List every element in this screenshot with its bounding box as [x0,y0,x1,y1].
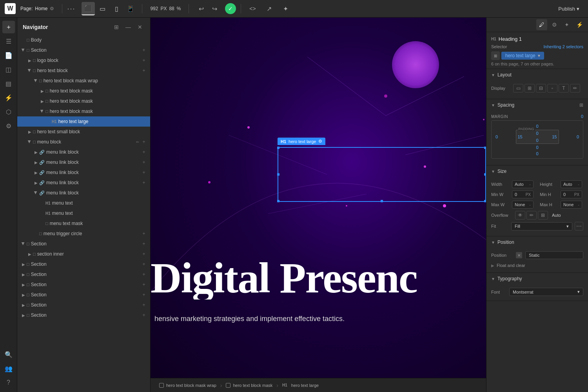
add-element-button[interactable]: ＋ [2,21,15,33]
undo-button[interactable]: ↩ [195,3,207,15]
tree-item-section1[interactable]: ▶ □ Section + [17,45,150,55]
redo-button[interactable]: ↪ [209,3,220,15]
section6-add[interactable]: + [141,292,147,298]
breadcrumb-item-2[interactable]: H1 hero text large [278,381,323,389]
tree-item-menu-trigger-circle[interactable]: □ menu trigger circle + [17,229,150,239]
interactions-button[interactable]: ⚡ [2,91,15,104]
display-text-icon[interactable]: T [559,84,569,93]
tree-item-menu-link-block3[interactable]: ▶ 🔗 menu link block + [17,167,150,178]
selector-name-badge[interactable]: hero text large ▾ [501,52,544,60]
tree-item-section7[interactable]: ▶ □ Section + [17,300,150,310]
tree-item-menu-link-block2[interactable]: ▶ 🔗 menu link block + [17,157,150,167]
spacing-section-header[interactable]: ▼ Spacing ⊞ [486,99,588,111]
pages-button[interactable]: 📄 [2,49,15,62]
page-settings-icon[interactable]: ⚙ [50,6,54,11]
tree-item-menu-text2[interactable]: H1 menu text [17,208,150,218]
menu-add[interactable]: + [141,139,147,145]
interactions-tab[interactable]: ✦ [561,19,572,30]
margin-top-input[interactable]: 0 [536,124,538,129]
tree-item-menu-text1[interactable]: H1 menu text [17,198,150,208]
section2-add[interactable]: + [141,241,147,247]
settings-button[interactable]: ⚙ [2,120,15,132]
logic-button[interactable]: ⬡ [2,105,15,118]
components-button[interactable]: ◫ [2,63,15,76]
more-options-button[interactable]: ··· [67,5,75,13]
margin-bottom-input[interactable]: 0 [536,145,538,150]
section1-add[interactable]: + [141,47,147,53]
height-input[interactable]: Auto - [561,180,582,188]
link1-add[interactable]: + [141,149,147,155]
display-custom-icon[interactable]: ✏ [570,84,580,93]
handle-tr[interactable] [484,147,486,149]
tree-item-menu-link-block5[interactable]: ▶ 🔗 menu link block [17,188,150,198]
tree-item-section6[interactable]: ▶ □ Section + [17,290,150,300]
tree-item-section4[interactable]: ▶ □ Section + [17,269,150,279]
position-clear-button[interactable]: ✕ [516,252,522,258]
tree-item-hero-text-block[interactable]: ▶ □ hero text block + [17,65,150,76]
hero-text-add[interactable]: + [141,67,147,74]
minimize-icon[interactable]: — [123,22,133,32]
typography-section-header[interactable]: ▼ Typography [486,273,588,285]
mobile-view-button[interactable]: 📱 [124,2,137,15]
width-input[interactable]: Auto - [512,180,534,188]
size-section-header[interactable]: ▼ Size [486,165,588,177]
search-button[interactable]: 🔍 [2,348,15,361]
section-inner-add[interactable]: + [141,251,147,257]
section4-add[interactable]: + [141,271,147,278]
tree-item-hero-text-block-mask1[interactable]: ▶ □ hero text block mask [17,86,150,96]
settings-tab[interactable]: ⚙ [549,19,560,30]
display-grid-icon[interactable]: ⊟ [536,84,546,93]
position-section-header[interactable]: ▼ Position [486,236,588,248]
tree-item-hero-text-block-mask2[interactable]: ▶ □ hero text block mask [17,96,150,106]
tablet-view-button[interactable]: ▭ [96,2,109,15]
link3-add[interactable]: + [141,169,147,176]
handle-br[interactable] [484,200,486,202]
padding-bottom-input[interactable]: 0 [536,138,538,143]
tree-item-hero-text-block-mask-wrap[interactable]: ▶ □ hero text block mask wrap [17,76,150,86]
help-button[interactable]: ? [2,376,15,389]
tree-item-hero-text-block-mask3[interactable]: ▶ □ hero text block mask [17,106,150,116]
tree-item-hero-text-small-block[interactable]: ▶ □ hero text small block [17,127,150,137]
display-inline-icon[interactable]: ▫ [547,84,557,93]
maxw-input[interactable]: None - [512,201,534,209]
breadcrumb-item-0[interactable]: hero text block mask wrap [155,381,220,389]
close-icon[interactable]: ✕ [135,22,145,32]
overflow-visible-icon[interactable]: 👁 [515,211,525,220]
link4-add[interactable]: + [141,180,147,186]
tree-item-menu-block[interactable]: ▶ □ menu block ✏ + [17,137,150,147]
padding-right-input[interactable]: 15 [552,134,557,139]
overflow-hidden-icon[interactable]: ✏ [526,211,537,220]
layout-section-header[interactable]: ▼ Layout [486,69,588,81]
margin-right-input[interactable]: 0 [577,134,579,139]
code-view-button[interactable]: <> [246,2,259,15]
handle-mr[interactable] [484,173,486,176]
float-and-clear-row[interactable]: ▶ Float and clear [491,261,583,269]
tree-item-section-inner[interactable]: ▶ □ section inner + [17,249,150,259]
overflow-scroll-icon[interactable]: ⊞ [538,211,548,220]
animation-tab[interactable]: ⚡ [574,19,585,30]
font-select[interactable]: Montserrat ▾ [509,288,583,296]
section5-add[interactable]: + [141,281,147,288]
section7-add[interactable]: + [141,302,147,308]
tree-item-hero-text-large[interactable]: H1 hero text large [17,116,150,127]
display-flex-icon[interactable]: ⊞ [524,84,535,93]
selector-dropdown-icon[interactable]: ▾ [538,53,540,58]
tree-item-body[interactable]: ▶ □ Body [17,35,150,45]
tree-item-menu-link-block1[interactable]: ▶ 🔗 menu link block + [17,147,150,157]
users-button[interactable]: 👥 [2,362,15,375]
minh-input[interactable]: 0 PX [561,191,582,198]
handle-mb[interactable] [381,200,383,202]
publish-button[interactable]: Publish ▾ [554,4,583,14]
position-value[interactable]: Static [525,251,583,259]
margin-left-input[interactable]: 0 [495,134,498,139]
style-tab[interactable]: 🖊 [536,19,547,30]
breadcrumb-item-1[interactable]: hero text block mask [222,381,276,389]
tree-item-section5[interactable]: ▶ □ Section + [17,279,150,290]
display-block-icon[interactable]: ▭ [513,84,523,93]
selection-gear-icon[interactable]: ⚙ [318,139,322,144]
logo-add[interactable]: + [141,57,147,64]
section3-add[interactable]: + [141,261,147,267]
menu-edit-icon[interactable]: ✏ [134,139,141,145]
padding-top-input[interactable]: 0 [536,131,538,136]
tablet-portrait-button[interactable]: ▯ [110,2,123,15]
